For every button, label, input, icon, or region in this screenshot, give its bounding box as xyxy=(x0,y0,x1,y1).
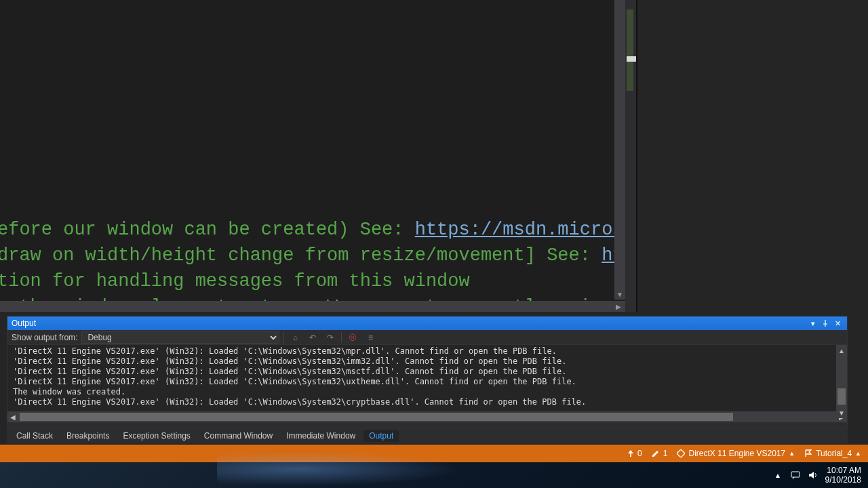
msdn-link[interactable]: https://msdn.micros xyxy=(415,220,624,240)
bottom-tabstrip: Call StackBreakpointsException SettingsC… xyxy=(7,428,848,443)
output-toolbar: Show output from: Debug ⌕ ↶ ↷ ⮾ ≡ xyxy=(7,330,847,345)
action-center-icon[interactable] xyxy=(790,470,801,481)
wordwrap-icon[interactable]: ≡ xyxy=(363,331,377,344)
chevron-up-icon: ▲ xyxy=(855,450,861,457)
scroll-up-icon[interactable]: ▲ xyxy=(836,345,847,356)
chevron-up-icon: ▲ xyxy=(789,450,795,457)
find-icon[interactable]: ⌕ xyxy=(288,331,302,344)
toolbar-separator xyxy=(341,332,342,343)
output-text[interactable]: 'DirectX 11 Engine VS2017.exe' (Win32): … xyxy=(7,345,847,411)
output-panel: Output ▾ ✕ Show output from: Debug ⌕ ↶ ↷… xyxy=(7,316,848,428)
output-hscrollbar[interactable]: ◀ ▶ xyxy=(7,411,847,422)
minimap-viewport[interactable] xyxy=(627,56,636,62)
tab-immediate-window[interactable]: Immediate Window xyxy=(281,430,361,442)
taskbar: ▴ 10:07 AM 9/10/2018 xyxy=(0,462,868,488)
next-icon[interactable]: ↷ xyxy=(323,331,337,344)
tab-call-stack[interactable]: Call Stack xyxy=(11,430,58,442)
flag-icon xyxy=(804,449,812,458)
tab-exception-settings[interactable]: Exception Settings xyxy=(117,430,195,442)
arrow-up-icon xyxy=(627,449,634,458)
statusbar: 0 1 DirectX 11 Engine VS2017 ▲ Tutorial_… xyxy=(0,445,868,462)
scroll-left-icon[interactable]: ◀ xyxy=(7,411,18,422)
scroll-down-icon[interactable]: ▼ xyxy=(836,407,847,418)
output-source-select[interactable]: Debug xyxy=(81,331,279,344)
editor-vscrollbar[interactable]: ▼ xyxy=(614,0,625,300)
output-title-text: Output xyxy=(12,319,36,328)
status-up-count: 0 xyxy=(637,449,642,458)
tray-chevron-up-icon[interactable]: ▴ xyxy=(772,470,783,481)
status-project[interactable]: DirectX 11 Engine VS2017 ▲ xyxy=(677,449,795,458)
tray-date: 9/10/2018 xyxy=(825,475,861,485)
code-editor[interactable]: efore our window can be created) See: ht… xyxy=(0,0,625,301)
clear-icon[interactable]: ⮾ xyxy=(346,331,359,344)
status-publish-up[interactable]: 0 xyxy=(627,449,642,458)
prev-icon[interactable]: ↶ xyxy=(306,331,319,344)
tray-time: 10:07 AM xyxy=(825,466,861,475)
status-publish-down[interactable]: 1 xyxy=(652,449,668,458)
minimap-region xyxy=(627,9,633,91)
window-dropdown-icon[interactable]: ▾ xyxy=(808,318,818,329)
hscroll-thumb[interactable] xyxy=(20,413,733,421)
diamond-icon xyxy=(677,449,685,458)
tab-output[interactable]: Output xyxy=(363,430,399,442)
pin-icon[interactable] xyxy=(820,318,831,329)
vscroll-thumb[interactable] xyxy=(837,388,846,405)
output-vscrollbar[interactable]: ▲ ▼ xyxy=(836,345,847,418)
system-tray[interactable]: ▴ 10:07 AM 9/10/2018 xyxy=(772,466,868,485)
output-from-label: Show output from: xyxy=(12,333,77,342)
tab-breakpoints[interactable]: Breakpoints xyxy=(61,430,115,442)
svg-rect-0 xyxy=(791,472,800,477)
tab-command-window[interactable]: Command Window xyxy=(199,430,278,442)
tray-clock[interactable]: 10:07 AM 9/10/2018 xyxy=(825,466,861,485)
scroll-down-icon[interactable]: ▼ xyxy=(614,289,625,300)
output-titlebar[interactable]: Output ▾ ✕ xyxy=(7,317,847,330)
editor-hscrollbar[interactable]: ▶ xyxy=(0,301,625,312)
toolbar-separator xyxy=(283,332,284,343)
status-solution-name: Tutorial_4 xyxy=(816,449,852,458)
status-solution[interactable]: Tutorial_4 ▲ xyxy=(804,449,861,458)
status-down-count: 1 xyxy=(663,449,668,458)
close-icon[interactable]: ✕ xyxy=(832,318,843,329)
scroll-right-icon[interactable]: ▶ xyxy=(613,301,624,312)
code-text: efore our window can be created) See: ht… xyxy=(0,217,624,301)
volume-icon[interactable] xyxy=(808,470,818,481)
right-pane xyxy=(637,0,868,312)
status-project-name: DirectX 11 Engine VS2017 xyxy=(688,449,785,458)
pencil-icon xyxy=(652,449,660,458)
